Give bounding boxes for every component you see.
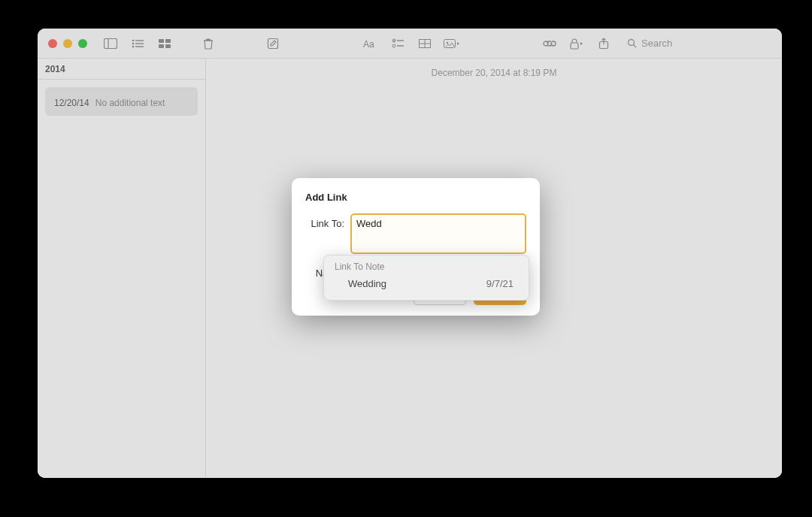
link-to-input[interactable]: Wedd (350, 213, 526, 254)
link-suggestion-popup: Link To Note Wedding 9/7/21 (323, 255, 529, 301)
suggestion-title: Wedding (348, 278, 386, 289)
dialog-title: Add Link (305, 192, 526, 203)
suggestion-date: 9/7/21 (486, 278, 514, 289)
suggestion-header: Link To Note (332, 262, 521, 272)
suggestion-item[interactable]: Wedding 9/7/21 (332, 275, 521, 292)
link-to-label: Link To: (305, 213, 344, 229)
